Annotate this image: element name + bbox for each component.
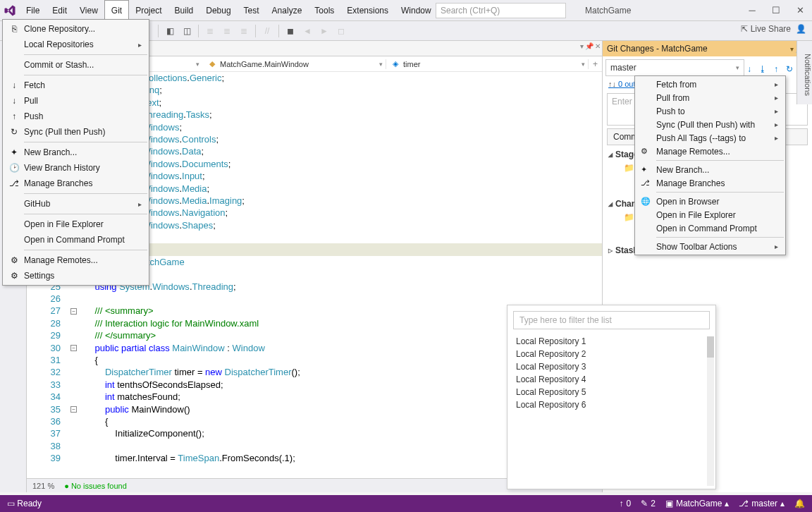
indent-icon[interactable]: ≣	[236, 23, 252, 39]
ctx-menu-item[interactable]: Show Toolbar Actions▸	[636, 240, 784, 253]
menubar: FileEditViewGitProjectBuildDebugTestAnal…	[20, 0, 467, 20]
menu-item-icon	[8, 219, 20, 230]
menu-git[interactable]: Git	[104, 0, 129, 20]
sync-icon[interactable]: ↻	[784, 63, 795, 75]
live-share-button[interactable]: ⇱ Live Share	[741, 24, 791, 34]
menu-analyze[interactable]: Analyze	[266, 0, 309, 20]
search-input[interactable]: Search (Ctrl+Q)	[436, 3, 566, 18]
ctx-menu-item[interactable]: Sync (Pull then Push) with▸	[636, 118, 784, 131]
repo-list-item[interactable]: Local Repository 1	[513, 335, 710, 348]
branch-selector[interactable]: master	[605, 59, 744, 76]
git-changes-title[interactable]: Git Changes - MatchGame ▾ 📌 ✕	[603, 41, 812, 56]
git-menu-item[interactable]: Commit or Stash...	[4, 57, 147, 73]
ctx-menu-item[interactable]: Fetch from▸	[636, 78, 784, 91]
issues-status[interactable]: ● No issues found	[64, 482, 127, 490]
git-menu-item[interactable]: GitHub▸	[4, 196, 147, 212]
pin-icon[interactable]: 📌	[585, 42, 593, 50]
menu-tools[interactable]: Tools	[308, 0, 340, 20]
fetch-icon[interactable]: ↓	[744, 63, 755, 75]
git-menu-item[interactable]: ⎘Clone Repository...	[4, 21, 147, 37]
git-menu-item[interactable]: ↓Fetch	[4, 78, 147, 93]
ctx-menu-item[interactable]: ✦New Branch...	[636, 163, 784, 176]
repo-list-item[interactable]: Local Repository 2	[513, 348, 710, 360]
menu-item-icon	[8, 59, 20, 71]
toolbar-icon[interactable]: ◧	[162, 23, 178, 39]
repo-list-item[interactable]: Local Repository 3	[513, 360, 710, 373]
minimize-button[interactable]: ─	[740, 0, 764, 20]
close-tab-icon[interactable]: ✕	[595, 42, 601, 50]
menu-edit[interactable]: Edit	[46, 0, 73, 20]
menu-item-icon	[8, 198, 20, 209]
status-repo[interactable]: ▣ MatchGame ▴	[665, 499, 729, 508]
repo-filter-input[interactable]: Type here to filter the list	[513, 311, 710, 329]
git-menu-item[interactable]: Open in Command Prompt	[4, 232, 147, 248]
bookmark-nav-icon[interactable]: ►	[316, 23, 332, 39]
dropdown-icon[interactable]: ▾	[580, 42, 584, 50]
menu-file[interactable]: File	[20, 0, 46, 20]
menu-item-icon	[8, 234, 20, 245]
account-icon[interactable]: 👤	[796, 24, 806, 34]
menu-item-icon: 🌐	[641, 197, 652, 206]
menu-project[interactable]: Project	[129, 0, 168, 20]
git-menu-item[interactable]: Open in File Explorer	[4, 217, 147, 232]
ctx-menu-item[interactable]: Pull from▸	[636, 91, 784, 104]
repo-list-item[interactable]: Local Repository 6	[513, 398, 710, 411]
maximize-button[interactable]: ☐	[764, 0, 788, 20]
zoom-level[interactable]: 121 %	[32, 482, 54, 490]
titlebar: FileEditViewGitProjectBuildDebugTestAnal…	[0, 0, 812, 21]
statusbar: ▭ Ready ↑ 0 ✎ 2 ▣ MatchGame ▴ ⎇ master ▴…	[0, 495, 812, 512]
close-button[interactable]: ✕	[788, 0, 812, 20]
menu-item-icon: ⎇	[8, 178, 20, 189]
git-menu-item[interactable]: ↻Sync (Pull then Push)	[4, 124, 147, 140]
menu-build[interactable]: Build	[168, 0, 200, 20]
indent-icon[interactable]: ≣	[202, 23, 218, 39]
bookmark-clear-icon[interactable]: ◻	[333, 23, 349, 39]
git-menu-item[interactable]: ⚙Settings	[4, 268, 147, 284]
menu-item-icon: ↓	[8, 95, 20, 106]
toolbar-icon[interactable]: ◫	[179, 23, 195, 39]
git-menu-item[interactable]: ⎇Manage Branches	[4, 176, 147, 191]
menu-item-icon: ⎇	[641, 178, 652, 188]
menu-test[interactable]: Test	[238, 0, 266, 20]
menu-extensions[interactable]: Extensions	[340, 0, 395, 20]
git-menu-item[interactable]: 🕑View Branch History	[4, 160, 147, 176]
status-pending-count[interactable]: ✎ 2	[641, 499, 656, 508]
class-icon: ◆	[207, 59, 217, 69]
dropdown-icon[interactable]: ▾	[790, 45, 794, 53]
scrollbar[interactable]	[707, 336, 714, 486]
ctx-menu-item[interactable]: Push All Tags (--tags) to▸	[636, 131, 784, 145]
pull-icon[interactable]: ⭳	[757, 63, 768, 75]
menu-debug[interactable]: Debug	[199, 0, 237, 20]
menu-item-icon: ↓	[8, 80, 20, 91]
menu-view[interactable]: View	[73, 0, 104, 20]
git-menu-item[interactable]: ↓Pull	[4, 93, 147, 109]
repo-list-item[interactable]: Local Repository 5	[513, 386, 710, 398]
add-icon[interactable]: +	[589, 59, 602, 69]
ctx-menu-item[interactable]: Open in Command Prompt	[636, 221, 784, 235]
git-actions-context-menu: Fetch from▸Pull from▸Push to▸Sync (Pull …	[634, 75, 786, 255]
indent-icon[interactable]: ≣	[219, 23, 235, 39]
nav-member-combo[interactable]: ◈ timer	[386, 59, 589, 69]
notifications-tab[interactable]: Notifications	[796, 41, 812, 104]
git-menu-item[interactable]: Local Repositories▸	[4, 37, 147, 52]
menu-window[interactable]: Window	[395, 0, 438, 20]
ctx-menu-item[interactable]: Push to▸	[636, 104, 784, 118]
comment-icon[interactable]: //	[259, 23, 275, 39]
git-menu-item[interactable]: ⚙Manage Remotes...	[4, 252, 147, 268]
bookmark-nav-icon[interactable]: ◄	[300, 23, 315, 39]
bookmark-icon[interactable]: ◼	[283, 23, 298, 39]
ctx-menu-item[interactable]: Open in File Explorer	[636, 208, 784, 221]
ctx-menu-item[interactable]: 🌐Open in Browser	[636, 195, 784, 208]
ctx-menu-item[interactable]: ⎇Manage Branches	[636, 176, 784, 190]
repo-list-item[interactable]: Local Repository 4	[513, 373, 710, 386]
notifications-icon[interactable]: 🔔	[794, 499, 805, 508]
push-icon[interactable]: ↑	[770, 63, 782, 75]
ctx-menu-item[interactable]: ⚙Manage Remotes...	[636, 145, 784, 158]
nav-class-combo[interactable]: ◆ MatchGame.MainWindow	[203, 59, 386, 69]
menu-item-icon: ⚙	[8, 270, 20, 281]
git-menu-item[interactable]: ✦New Branch...	[4, 145, 147, 160]
status-ready: ▭ Ready	[7, 499, 42, 508]
status-push-count[interactable]: ↑ 0	[620, 499, 632, 508]
status-branch[interactable]: ⎇ master ▴	[739, 499, 785, 508]
git-menu-item[interactable]: ↑Push	[4, 109, 147, 124]
